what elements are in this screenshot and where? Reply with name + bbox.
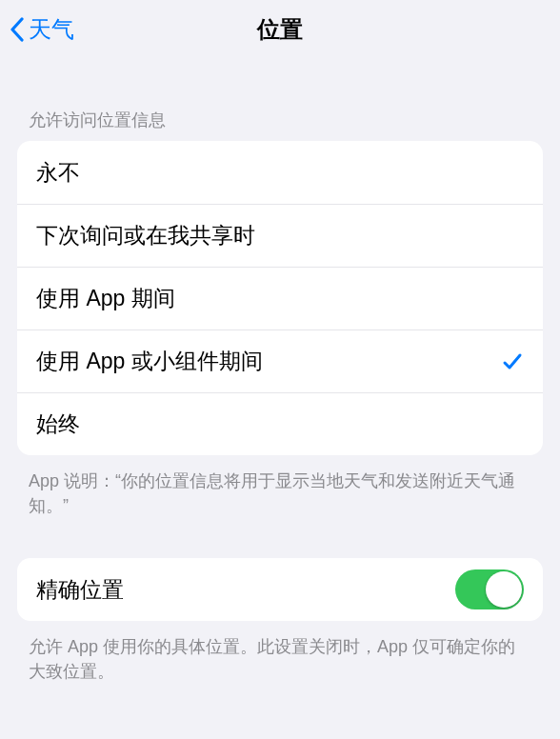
check-icon [501,350,524,373]
access-option-label: 下次询问或在我共享时 [36,221,255,250]
page-title: 位置 [0,14,560,45]
access-footer: App 说明：“你的位置信息将用于显示当地天气和发送附近天气通知。” [0,455,560,518]
nav-bar: 天气 位置 [0,0,560,59]
back-label: 天气 [29,14,74,45]
back-button[interactable]: 天气 [0,14,74,45]
access-option[interactable]: 下次询问或在我共享时 [17,204,543,267]
chevron-left-icon [10,17,25,42]
access-option[interactable]: 始终 [17,392,543,455]
access-option[interactable]: 使用 App 或小组件期间 [17,330,543,392]
section-header-access: 允许访问位置信息 [0,59,560,141]
access-option[interactable]: 永不 [17,141,543,204]
precise-switch[interactable] [455,569,524,609]
access-options-group: 永不 下次询问或在我共享时 使用 App 期间 使用 App 或小组件期间 始终 [17,141,543,455]
access-option[interactable]: 使用 App 期间 [17,267,543,330]
precise-label: 精确位置 [36,575,124,605]
access-option-label: 始终 [36,409,80,439]
precise-group: 精确位置 [17,558,543,621]
access-option-label: 使用 App 或小组件期间 [36,347,263,376]
precise-row[interactable]: 精确位置 [17,558,543,621]
switch-knob [486,571,522,608]
access-option-label: 使用 App 期间 [36,284,175,313]
precise-footer: 允许 App 使用你的具体位置。此设置关闭时，App 仅可确定你的大致位置。 [0,621,560,684]
access-option-label: 永不 [36,158,80,188]
